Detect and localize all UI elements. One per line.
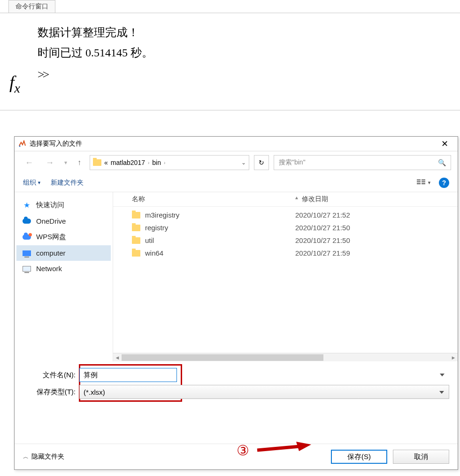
output-line-2: 时间已过 0.514145 秒。 (38, 43, 451, 63)
prompt[interactable]: >> (38, 68, 451, 82)
fx-icon[interactable]: fx (9, 72, 20, 96)
command-window: 数据计算整理完成！ 时间已过 0.514145 秒。 fx >> (0, 13, 460, 110)
command-window-tab[interactable]: 命令行窗口 (8, 0, 55, 13)
output-line-1: 数据计算整理完成！ (38, 23, 451, 43)
